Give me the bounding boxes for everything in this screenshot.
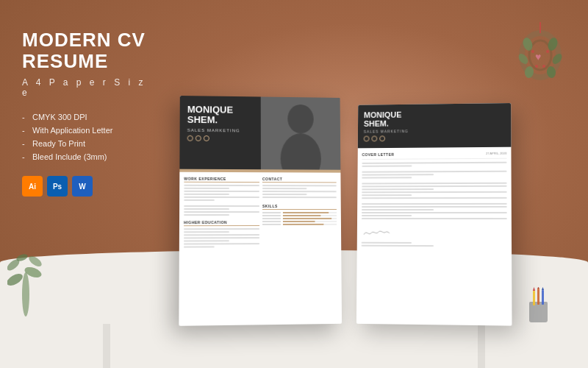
cover-social-3 bbox=[379, 136, 385, 142]
resume-social-icons bbox=[187, 135, 240, 141]
skill-row-5 bbox=[262, 224, 337, 225]
word-icon: W bbox=[72, 176, 93, 197]
product-title: MODERN CV RESUME bbox=[22, 29, 154, 71]
svg-point-11 bbox=[546, 50, 549, 53]
desk-leg-right bbox=[478, 324, 485, 368]
resume-name: MONIQUE SHEM. bbox=[187, 105, 240, 126]
skill-row-1 bbox=[262, 212, 337, 213]
cv-resume-document: MONIQUE SHEM. SALES MARKETING bbox=[179, 96, 342, 326]
education-title: HIGHER EDUCATION bbox=[184, 220, 259, 226]
cover-social-1 bbox=[364, 136, 370, 142]
paper-size: A 4 P a p e r S i z e bbox=[22, 77, 154, 98]
social-icon-1 bbox=[187, 135, 193, 141]
social-icon-2 bbox=[196, 135, 201, 141]
signature bbox=[362, 227, 391, 238]
svg-rect-31 bbox=[261, 96, 341, 169]
cover-social-2 bbox=[371, 136, 377, 142]
info-panel: MODERN CV RESUME A 4 P a p e r S i z e C… bbox=[22, 29, 154, 197]
feature-1: CMYK 300 DPI bbox=[22, 113, 154, 121]
cover-letter-title: COVER LETTER bbox=[362, 152, 395, 157]
contact-title: CONTACT bbox=[262, 177, 337, 183]
resume-name-block: MONIQUE SHEM. SALES MARKETING bbox=[187, 105, 240, 141]
illustrator-icon: Ai bbox=[22, 176, 43, 197]
feature-4: Bleed Include (3mm) bbox=[22, 152, 154, 161]
features-list: CMYK 300 DPI With Application Letter Rea… bbox=[22, 113, 154, 161]
cover-name: MONIQUE SHEM. bbox=[364, 109, 505, 128]
plant-decoration bbox=[7, 236, 44, 324]
skills-title: SKILLS bbox=[262, 204, 337, 210]
cover-letter-document: MONIQUE SHEM. SALES MARKETING COVER LETT… bbox=[356, 103, 512, 326]
svg-point-14 bbox=[22, 272, 29, 316]
documents-container: MONIQUE SHEM. SALES MARKETING bbox=[147, 59, 544, 324]
resume-job-title: SALES MARKETING bbox=[187, 127, 240, 132]
cover-header-row: COVER LETTER 27 APRIL, 2020 bbox=[362, 152, 507, 160]
skill-row-4 bbox=[262, 221, 337, 222]
feature-2: With Application Letter bbox=[22, 126, 154, 135]
svg-point-15 bbox=[7, 272, 24, 288]
resume-header: MONIQUE SHEM. SALES MARKETING bbox=[179, 96, 340, 170]
resume-left-column: WORK EXPERIENCE HIGHER EDUCATION bbox=[184, 177, 259, 250]
svg-point-10 bbox=[531, 50, 534, 53]
software-icons: Ai Ps W bbox=[22, 176, 154, 197]
social-icon-3 bbox=[204, 135, 209, 141]
skill-row-3 bbox=[262, 218, 337, 219]
feature-3: Ready To Print bbox=[22, 139, 154, 148]
resume-body: WORK EXPERIENCE HIGHER EDUCATION bbox=[179, 172, 341, 254]
cover-job-title: SALES MARKETING bbox=[364, 128, 506, 134]
cover-date: 27 APRIL, 2020 bbox=[486, 152, 506, 156]
skill-row-2 bbox=[262, 215, 337, 216]
cover-social-icons bbox=[364, 135, 506, 142]
svg-point-18 bbox=[27, 254, 43, 269]
photoshop-icon: Ps bbox=[47, 176, 68, 197]
work-experience-title: WORK EXPERIENCE bbox=[184, 177, 259, 183]
cover-body: COVER LETTER 27 APRIL, 2020 bbox=[357, 147, 512, 253]
resume-photo bbox=[261, 96, 341, 169]
cover-header: MONIQUE SHEM. SALES MARKETING bbox=[358, 103, 512, 148]
desk-leg-left bbox=[103, 324, 110, 368]
resume-right-column: CONTACT SKILLS bbox=[262, 177, 337, 249]
